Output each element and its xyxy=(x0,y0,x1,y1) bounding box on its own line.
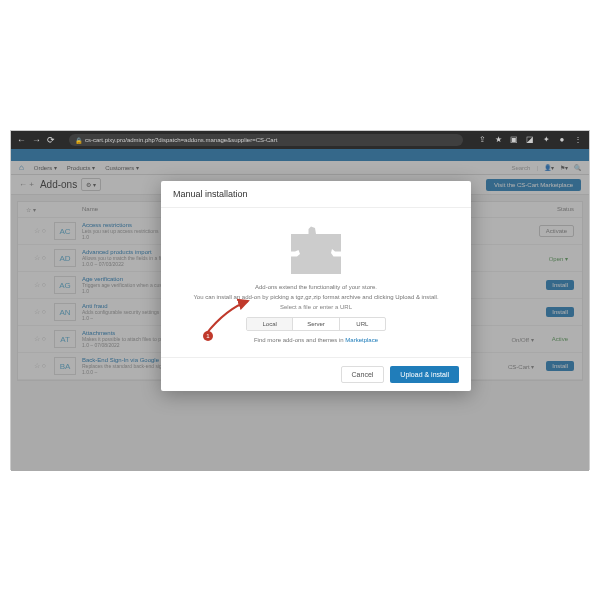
back-icon[interactable]: ← xyxy=(17,135,26,145)
url-text: cs-cart.pixy.pro/admin.php?dispatch=addo… xyxy=(85,137,277,143)
modal-line2: You can install an add-on by picking a t… xyxy=(179,294,453,302)
ext1-icon[interactable]: ▣ xyxy=(509,135,519,145)
source-tabs: Local Server URL xyxy=(246,317,386,331)
star-icon[interactable]: ★ xyxy=(493,135,503,145)
modal-line1: Add-ons extend the functionality of your… xyxy=(179,284,453,292)
more-text: Find more add-ons and themes in Marketpl… xyxy=(179,337,453,345)
browser-toolbar: ← → ⟳ 🔒 cs-cart.pixy.pro/admin.php?dispa… xyxy=(11,131,589,149)
reload-icon[interactable]: ⟳ xyxy=(47,135,55,145)
puzzle-icon xyxy=(291,224,341,274)
modal-title: Manual installation xyxy=(161,181,471,208)
avatar-icon[interactable]: ● xyxy=(557,135,567,145)
puzzle-icon[interactable]: ✦ xyxy=(541,135,551,145)
tab-url[interactable]: URL xyxy=(340,318,385,330)
cancel-button[interactable]: Cancel xyxy=(341,366,385,383)
share-icon[interactable]: ⇪ xyxy=(477,135,487,145)
ext2-icon[interactable]: ◪ xyxy=(525,135,535,145)
manual-install-modal: Manual installation Add-ons extend the f… xyxy=(161,181,471,391)
lock-icon: 🔒 xyxy=(75,137,82,144)
select-label: Select a file or enter a URL xyxy=(179,304,453,312)
tab-local[interactable]: Local xyxy=(247,318,293,330)
url-bar[interactable]: 🔒 cs-cart.pixy.pro/admin.php?dispatch=ad… xyxy=(69,134,463,146)
forward-icon[interactable]: → xyxy=(32,135,41,145)
upload-install-button[interactable]: Upload & install xyxy=(390,366,459,383)
menu-icon[interactable]: ⋮ xyxy=(573,135,583,145)
tab-server[interactable]: Server xyxy=(293,318,339,330)
marketplace-link[interactable]: Marketplace xyxy=(345,337,378,343)
